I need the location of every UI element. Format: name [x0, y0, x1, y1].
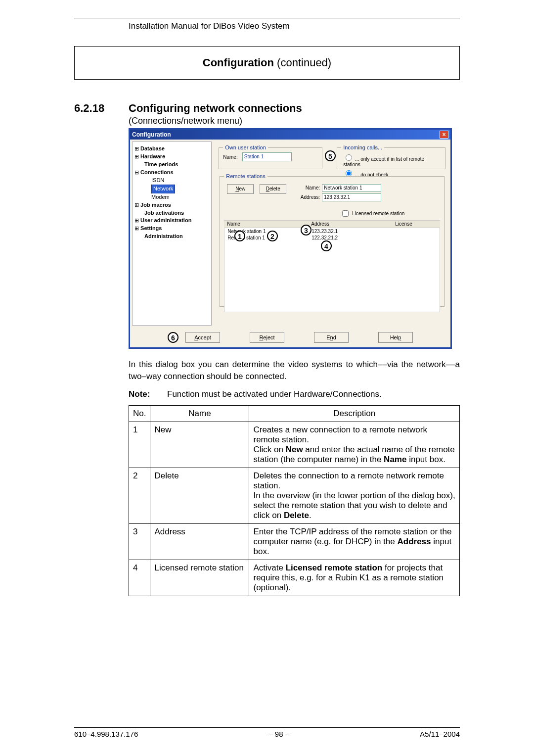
col-name[interactable]: Name	[227, 221, 311, 227]
table-row: 1 New Creates a new connection to a remo…	[129, 422, 460, 468]
note-label: Note:	[129, 389, 167, 399]
callout-1: 1	[234, 231, 245, 241]
remote-name-label: Name:	[296, 185, 320, 190]
section-subtitle: (Connections/network menu)	[129, 116, 460, 126]
remote-addr-label: Address:	[296, 194, 320, 200]
tree-modem[interactable]: Modem	[151, 194, 170, 200]
callout-3: 3	[301, 225, 312, 236]
new-button[interactable]: New	[227, 184, 254, 194]
accept-button[interactable]: Accept	[185, 332, 220, 343]
callout-5: 5	[325, 150, 336, 161]
th-name: Name	[150, 405, 249, 422]
remote-name-input[interactable]	[322, 184, 381, 192]
incoming-calls-group: Incoming calls... ... only accept if in …	[337, 144, 445, 169]
table-row: 3 Address Enter the TCP/IP address of th…	[129, 523, 460, 560]
remote-legend: Remote stations	[224, 173, 267, 179]
incoming-legend: Incoming calls...	[341, 144, 384, 150]
incoming-opt1-radio[interactable]	[346, 154, 352, 161]
config-dialog: Configuration × ⊞ Database ⊞ Hardware Ti…	[129, 128, 452, 349]
reject-button[interactable]: Reject	[250, 332, 284, 343]
own-name-input[interactable]	[242, 152, 292, 161]
tree-settings[interactable]: Settings	[140, 225, 162, 231]
table-row: 4 Licensed remote station Activate Licen…	[129, 560, 460, 596]
callout-2: 2	[267, 231, 278, 241]
note-text: Function must be activated under Hardwar…	[167, 389, 382, 399]
page-footer: 610–4.998.137.176 – 98 – A5/11–2004	[74, 727, 460, 738]
footer-center: – 98 –	[138, 730, 420, 738]
tree-time-periods[interactable]: Time periods	[144, 161, 178, 167]
th-no: No.	[129, 405, 150, 422]
desc-cell: Creates a new connection to a remote net…	[249, 422, 460, 468]
list-header: Name Address License	[224, 220, 440, 228]
col-address[interactable]: Address	[311, 221, 395, 227]
document-title: Installation Manual for DiBos Video Syst…	[129, 21, 460, 31]
footer-right: A5/11–2004	[420, 730, 460, 738]
close-icon[interactable]: ×	[440, 131, 448, 139]
tree-network[interactable]: Network	[151, 185, 175, 193]
delete-button[interactable]: Delete	[260, 184, 286, 194]
own-station-group: Own user station Name:	[219, 144, 322, 169]
col-license[interactable]: License	[395, 221, 437, 227]
licensed-checkbox[interactable]	[342, 210, 349, 217]
own-name-label: Name:	[223, 154, 237, 159]
th-desc: Description	[249, 405, 460, 422]
page-heading-box: Configuration (continued)	[74, 46, 460, 80]
list-item[interactable]: Network station 1 123.23.32.1	[224, 228, 440, 235]
callout-4: 4	[321, 240, 332, 251]
tree-isdn[interactable]: ISDN	[151, 177, 164, 183]
section-number: 6.2.18	[74, 102, 129, 115]
tree-job-activations[interactable]: Job activations	[144, 210, 184, 216]
section-title: Configuring network connections	[129, 102, 302, 115]
dialog-title: Configuration	[132, 131, 171, 138]
tree-database[interactable]: Database	[140, 145, 165, 151]
tree-job-macros[interactable]: Job macros	[140, 202, 171, 208]
description-table: No. Name Description 1 New Creates a new…	[129, 405, 460, 596]
remote-addr-input[interactable]	[322, 193, 381, 201]
licensed-label: Licensed remote station	[352, 211, 404, 216]
own-legend: Own user station	[223, 144, 268, 150]
end-button[interactable]: End	[314, 332, 349, 343]
tree-connections[interactable]: Connections	[140, 169, 174, 175]
tree-hardware[interactable]: Hardware	[140, 153, 165, 159]
footer-left: 610–4.998.137.176	[74, 730, 138, 738]
callout-6: 6	[168, 332, 178, 343]
desc-cell: Deletes the connection to a remote netwo…	[249, 468, 460, 523]
config-heading-bold: Configuration	[203, 56, 274, 69]
table-row: 2 Delete Deletes the connection to a rem…	[129, 468, 460, 523]
body-paragraph: In this dialog box you can determine the…	[129, 359, 460, 382]
desc-cell: Enter the TCP/IP address of the remote s…	[249, 523, 460, 560]
tree-user-admin[interactable]: User administration	[140, 217, 191, 223]
tree-administration[interactable]: Administration	[144, 233, 183, 239]
list-item[interactable]: Remote station 1 122.32.21.2	[224, 235, 440, 241]
nav-tree[interactable]: ⊞ Database ⊞ Hardware Time periods ⊟ Con…	[132, 142, 212, 326]
incoming-opt1-label: ... only accept if in list of remote sta…	[343, 156, 424, 167]
remote-stations-group: Remote stations New Delete Name: Address…	[220, 173, 445, 307]
desc-cell: Activate Licensed remote station for pro…	[249, 560, 460, 596]
config-heading-rest: (continued)	[274, 56, 331, 69]
remote-list[interactable]: Network station 1 123.23.32.1 Remote sta…	[224, 228, 440, 312]
help-button[interactable]: Help	[378, 332, 413, 343]
